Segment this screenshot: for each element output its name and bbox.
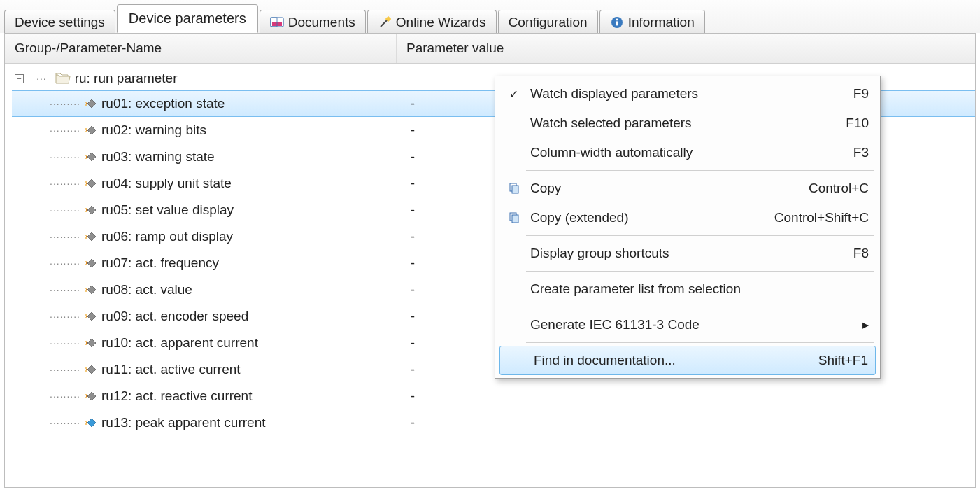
tab-information[interactable]: Information (599, 10, 705, 34)
tab-device-parameters[interactable]: Device parameters (117, 4, 258, 33)
parameter-name-cell: ·········ru06: ramp out display (12, 229, 404, 244)
parameter-gray-icon (83, 123, 97, 137)
parameter-gray-icon (83, 309, 97, 323)
parameter-value: - (404, 389, 975, 404)
parameter-gray-icon (83, 336, 97, 350)
content-panel: Group-/Parameter-Name Parameter value − … (4, 33, 976, 488)
menu-item-label: Display group shortcuts (526, 246, 853, 261)
menu-item[interactable]: Create parameter list from selection (497, 274, 879, 304)
parameter-label: ru08: act. value (101, 282, 192, 298)
parameter-name-cell: ·········ru12: act. reactive current (12, 388, 404, 404)
parameter-gray-icon (83, 363, 97, 377)
tree-connector: ········· (50, 178, 80, 189)
copy-icon (501, 181, 526, 195)
menu-item[interactable]: Copy (extended)Control+Shift+C (497, 203, 879, 232)
parameter-label: ru06: ramp out display (101, 229, 233, 244)
tree-connector: ········· (50, 125, 80, 136)
parameter-label: ru03: warning state (101, 149, 215, 164)
tab-label: Online Wizards (396, 15, 486, 30)
menu-item[interactable]: Generate IEC 61131-3 Code▸ (497, 310, 879, 340)
parameter-label: ru04: supply unit state (101, 176, 232, 191)
parameter-name-cell: ·········ru08: act. value (12, 282, 404, 298)
menu-item-shortcut: F8 (853, 246, 869, 261)
tree-connector: ········· (50, 98, 80, 109)
menu-item-label: Find in documentation... (530, 353, 818, 368)
parameter-gray-icon (83, 256, 97, 270)
menu-item-shortcut: F10 (846, 115, 869, 131)
svg-marker-17 (87, 339, 96, 347)
menu-item[interactable]: Find in documentation...Shift+F1 (499, 346, 876, 375)
parameter-name-cell: ·········ru01: exception state (12, 96, 404, 111)
parameter-row[interactable]: ·········ru13: peak apparent current- (12, 410, 975, 436)
parameter-label: ru02: warning bits (101, 122, 206, 138)
svg-marker-18 (87, 365, 96, 374)
svg-marker-14 (87, 259, 96, 267)
menu-item-label: Watch selected parameters (526, 115, 846, 131)
tree-connector: ········· (50, 258, 80, 269)
parameter-label: ru13: peak apparent current (101, 415, 266, 430)
check-icon: ✓ (501, 88, 526, 101)
parameter-name-cell: ·········ru05: set value display (12, 202, 404, 218)
svg-marker-10 (87, 153, 96, 161)
tree-connector: ········· (50, 284, 80, 295)
parameter-label: ru09: act. encoder speed (101, 309, 248, 324)
tab-configuration[interactable]: Configuration (498, 10, 598, 34)
menu-item-shortcut: Shift+F1 (818, 353, 868, 368)
parameter-name-cell: ·········ru13: peak apparent current (12, 415, 404, 430)
menu-separator (526, 170, 874, 171)
collapse-icon[interactable]: − (15, 74, 24, 83)
parameter-gray-icon (83, 176, 97, 190)
parameter-gray-icon (83, 389, 97, 403)
column-header-name[interactable]: Group-/Parameter-Name (5, 34, 397, 63)
tab-documents[interactable]: Documents (260, 10, 366, 34)
column-header-value[interactable]: Parameter value (397, 34, 975, 63)
parameter-value: - (404, 416, 975, 430)
keb-icon (270, 15, 284, 29)
menu-separator (526, 342, 874, 343)
parameter-label: ru11: act. active current (101, 362, 241, 377)
tree-connector: ········· (50, 337, 80, 349)
svg-marker-11 (87, 179, 96, 188)
parameter-name-cell: ·········ru11: act. active current (12, 362, 404, 377)
parameter-name-cell: ·········ru04: supply unit state (12, 176, 404, 191)
tree-connector: ········· (50, 311, 80, 322)
column-headers: Group-/Parameter-Name Parameter value (5, 34, 975, 64)
menu-item-shortcut: F9 (853, 86, 869, 102)
menu-separator (526, 307, 874, 307)
context-menu: ✓Watch displayed parametersF9Watch selec… (495, 76, 881, 379)
parameter-gray-icon (83, 283, 97, 297)
svg-marker-13 (87, 232, 96, 241)
tab-online-wizards[interactable]: Online Wizards (367, 10, 497, 34)
menu-item[interactable]: ✓Watch displayed parametersF9 (497, 79, 879, 108)
menu-item[interactable]: CopyControl+C (497, 174, 879, 203)
svg-marker-15 (87, 286, 96, 294)
wand-icon (378, 15, 392, 29)
tab-label: Information (628, 15, 695, 30)
tab-label: Configuration (509, 15, 588, 30)
tree-connector: ········· (50, 151, 80, 162)
folder-open-icon (55, 72, 71, 85)
tree-connector: ········· (50, 204, 80, 216)
menu-item-shortcut: Control+C (809, 181, 869, 196)
parameter-label: ru10: act. apparent current (101, 335, 258, 351)
tab-device-settings[interactable]: Device settings (4, 10, 115, 34)
tab-label: Device parameters (129, 10, 246, 27)
tab-label: Documents (288, 15, 355, 30)
menu-item[interactable]: Column-width automaticallyF3 (497, 138, 879, 167)
svg-marker-9 (87, 126, 96, 134)
parameter-label: ru07: act. frequency (101, 255, 219, 271)
svg-point-6 (616, 19, 618, 21)
svg-line-3 (381, 20, 388, 27)
menu-item[interactable]: Display group shortcutsF8 (497, 239, 879, 268)
parameter-name-cell: ·········ru10: act. apparent current (12, 335, 404, 351)
menu-separator (526, 271, 874, 272)
parameter-row[interactable]: ·········ru12: act. reactive current- (12, 383, 975, 410)
menu-item[interactable]: Watch selected parametersF10 (497, 108, 879, 138)
svg-rect-22 (512, 186, 518, 193)
tree-connector: ········· (50, 417, 80, 428)
menu-item-label: Generate IEC 61131-3 Code (526, 317, 856, 332)
svg-rect-7 (616, 21, 617, 25)
parameter-name-cell: ·········ru07: act. frequency (12, 255, 404, 271)
svg-rect-24 (512, 215, 518, 223)
info-icon (610, 15, 624, 29)
